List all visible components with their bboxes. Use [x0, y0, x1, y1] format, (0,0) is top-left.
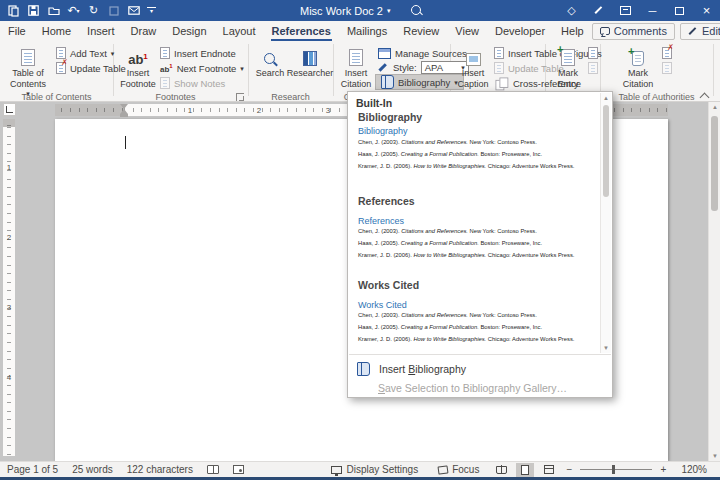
print-layout-button[interactable]	[516, 463, 534, 477]
macro-record-icon	[233, 465, 244, 474]
customize-qat-icon[interactable]: ▾	[147, 7, 156, 15]
print-layout-icon	[521, 465, 529, 475]
tab-insert[interactable]: Insert	[79, 21, 123, 41]
comments-label: Comments	[614, 25, 667, 37]
display-settings-button[interactable]: Display Settings	[324, 464, 425, 475]
mark-citation-scroll-icon	[632, 51, 644, 66]
statusbar-right: Display Settings Focus − + 120%	[324, 463, 720, 477]
bibliography-dropdown-menu: Built-In Bibliography Bibliography Chen,…	[347, 91, 613, 398]
comments-button[interactable]: Comments	[592, 23, 675, 40]
close-button[interactable]: ×	[693, 0, 720, 21]
insert-table-of-authorities-button[interactable]	[662, 47, 672, 59]
editing-mode-button[interactable]: Editing ▾	[680, 23, 720, 40]
group-label-authorities: Table of Authorities	[600, 92, 713, 102]
insert-bibliography-item[interactable]: Insert Bibliography	[349, 359, 611, 378]
focus-button[interactable]: Focus	[431, 464, 486, 475]
tab-layout[interactable]: Layout	[215, 21, 264, 41]
next-footnote-button[interactable]: ab1 Next Footnote ▾	[160, 61, 244, 75]
zoom-slider-thumb[interactable]	[612, 465, 615, 474]
tab-stop-selector[interactable]	[3, 103, 16, 116]
ruler-number: 2	[254, 106, 264, 115]
zoom-in-button[interactable]: +	[658, 464, 668, 475]
text-cursor	[125, 136, 126, 149]
tab-review[interactable]: Review	[395, 21, 447, 41]
tab-developer[interactable]: Developer	[487, 21, 553, 41]
insert-footnote-button[interactable]: ab1 Insert Footnote	[118, 43, 158, 90]
ribbon-display-icon[interactable]	[612, 0, 639, 21]
email-icon[interactable]	[127, 4, 140, 17]
minimize-button[interactable]: ─	[639, 0, 666, 21]
insert-footnote-icon: ab1	[128, 43, 148, 66]
researcher-button[interactable]: Researcher	[288, 43, 332, 79]
insert-citation-button[interactable]: Insert Citation ▾	[337, 43, 375, 97]
display-settings-label: Display Settings	[346, 464, 418, 475]
paste-icon[interactable]	[7, 4, 20, 17]
save-icon[interactable]	[27, 4, 40, 17]
customize-qat-chevron: ▾	[150, 8, 153, 14]
ruler-number: 4	[3, 373, 15, 382]
mark-citation-label: Mark Citation	[618, 68, 658, 90]
mark-entry-button[interactable]: Mark Entry	[549, 43, 587, 90]
premium-diamond-icon[interactable]: ◇	[558, 0, 585, 21]
show-notes-button: Show Notes	[160, 76, 225, 90]
cross-reference-icon	[496, 77, 508, 89]
zoom-slider[interactable]	[580, 469, 652, 470]
character-count[interactable]: 122 characters	[120, 464, 200, 475]
document-scrollbar[interactable]: ▲ ▼	[708, 102, 720, 461]
next-footnote-label: Next Footnote	[177, 63, 237, 74]
search-icon[interactable]	[410, 4, 424, 18]
web-layout-button[interactable]	[540, 463, 558, 477]
redo-icon[interactable]: ↻	[87, 4, 100, 17]
title-chevron-icon[interactable]: ▾	[387, 7, 391, 15]
insert-caption-button[interactable]: Insert Caption	[454, 43, 492, 90]
scroll-up-icon[interactable]: ▲	[709, 104, 720, 110]
update-table-button[interactable]: Update Table	[56, 61, 126, 75]
open-icon[interactable]	[47, 4, 60, 17]
add-text-label: Add Text	[70, 48, 107, 59]
mark-citation-icon	[632, 43, 644, 66]
group-label-footnotes: Footnotes	[113, 92, 238, 102]
tab-mailings[interactable]: Mailings	[339, 21, 395, 41]
ruler-number: 1	[185, 106, 195, 115]
proofing-status-button[interactable]	[200, 465, 226, 474]
mark-citation-button[interactable]: Mark Citation	[618, 43, 658, 90]
tab-references[interactable]: References	[264, 21, 339, 41]
comment-bubble-icon	[600, 27, 610, 35]
macro-record-button[interactable]	[226, 465, 251, 474]
vertical-ruler[interactable]: 1 2 3 4	[3, 119, 15, 456]
toc-icon	[21, 43, 35, 66]
scroll-down-icon[interactable]: ▼	[709, 453, 720, 459]
next-footnote-chevron-icon: ▾	[240, 65, 244, 72]
scrollbar-thumb[interactable]	[711, 116, 718, 211]
tab-home[interactable]: Home	[34, 21, 79, 41]
search-button[interactable]: Search	[252, 43, 288, 79]
table-of-contents-button[interactable]: Table of Contents ▾	[4, 43, 52, 97]
tab-file[interactable]: File	[0, 21, 34, 41]
tab-design[interactable]: Design	[164, 21, 214, 41]
tab-view[interactable]: View	[447, 21, 487, 41]
dropdown-scroll-thumb[interactable]	[603, 105, 609, 197]
insert-endnote-label: Insert Endnote	[174, 48, 236, 59]
footnotes-dialog-launcher[interactable]	[236, 93, 244, 101]
editing-mode-pencil-icon[interactable]	[585, 0, 612, 21]
tab-help[interactable]: Help	[553, 21, 592, 41]
page-indicator[interactable]: Page 1 of 5	[0, 464, 65, 475]
insert-endnote-icon	[160, 47, 170, 59]
bibliography-button[interactable]: Bibliography ▾	[375, 74, 464, 90]
maximize-button[interactable]	[666, 0, 693, 21]
zoom-level[interactable]: 120%	[674, 464, 714, 475]
insert-index-button[interactable]	[588, 47, 598, 59]
insert-endnote-button[interactable]: Insert Endnote	[160, 46, 236, 60]
insert-bibliography-label: Insert Bibliography	[379, 363, 466, 375]
zoom-out-button[interactable]: −	[564, 464, 574, 475]
tab-draw[interactable]: Draw	[123, 21, 165, 41]
left-indent-marker[interactable]	[120, 114, 128, 117]
manage-sources-icon	[378, 48, 391, 59]
dropdown-scroll-down-icon[interactable]: ▼	[601, 345, 611, 351]
undo-icon[interactable]: ↶▾	[67, 4, 80, 17]
word-count[interactable]: 25 words	[65, 464, 120, 475]
read-mode-button[interactable]	[492, 463, 510, 477]
dropdown-scrollbar[interactable]: ▲ ▼	[600, 93, 611, 353]
dropdown-scroll-up-icon[interactable]: ▲	[601, 95, 611, 101]
preview-heading: Bibliography	[358, 126, 408, 136]
